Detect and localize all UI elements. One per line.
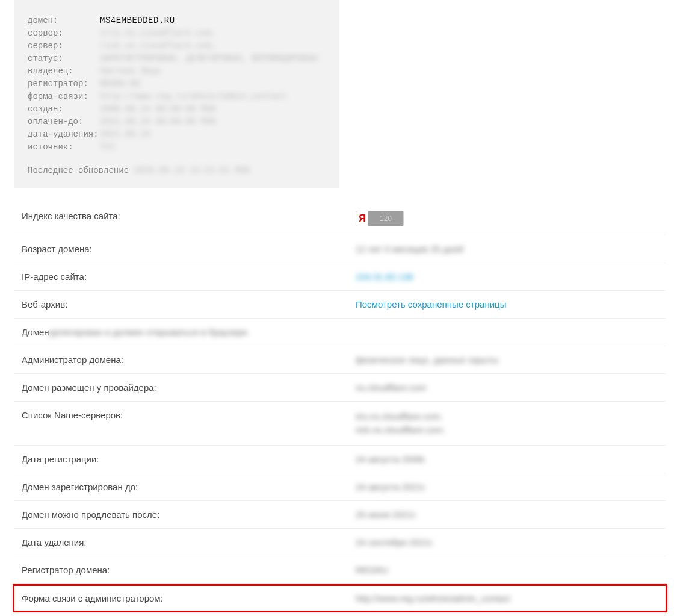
detail-value: 24 августа 2021г. (356, 482, 658, 492)
detail-row: Дата удаления:24 сентября 2021г. (14, 529, 666, 556)
whois-field-value: TCI (100, 141, 115, 154)
detail-row: Домен можно продлевать после:25 июня 202… (14, 501, 666, 529)
detail-row: Дата регистрации:24 августа 2008г. (14, 446, 666, 473)
detail-value: http://www.reg.ru/whois/admin_contact (356, 593, 658, 603)
whois-footer-label: Последнее обновление (28, 166, 129, 175)
detail-label: IP-адрес сайта: (22, 272, 356, 282)
yandex-quality-badge: Я120 (356, 211, 404, 226)
whois-last-update: Последнее обновление 2020.09.15 12:21:51… (28, 164, 326, 177)
detail-row: Возраст домена:12 лет 0 месяцев 25 дней (14, 235, 666, 263)
detail-inline-label: Домен (22, 327, 49, 337)
whois-field-label: создан: (28, 103, 100, 116)
detail-value: REGRU (356, 565, 658, 575)
detail-label: Домен можно продлевать после: (22, 509, 356, 520)
whois-field-label: форма-связи: (28, 90, 100, 103)
detail-label: Администратор домена: (22, 355, 356, 365)
detail-label: Веб-архив: (22, 299, 356, 310)
detail-row: Администратор домена:физическое лицо, да… (14, 346, 666, 374)
whois-field-value: 2008.08.24 00:00:00 MSK (100, 103, 216, 116)
detail-row: Список Name-серверов:iris.ns.cloudflare.… (14, 402, 666, 446)
detail-value: 24 сентября 2021г. (356, 537, 658, 547)
detail-label: Дата удаления: (22, 537, 356, 547)
whois-row: владелец:Частное Лицо (28, 65, 326, 78)
detail-link[interactable]: Посмотреть сохранённые страницы (356, 299, 506, 310)
detail-row: Домен делегирован и должен открываться в… (14, 319, 666, 346)
detail-row: Форма связи с администратором:http://www… (13, 584, 667, 612)
whois-row: форма-связи:http://www.reg.ru/whois/admi… (28, 90, 326, 103)
detail-label: Домен размещен у провайдера: (22, 382, 356, 393)
detail-label: Возраст домена: (22, 244, 356, 254)
detail-value: физическое лицо, данные скрыты (356, 355, 658, 365)
whois-field-value: REGRU-RU (100, 78, 140, 90)
whois-field-label: оплачен-до: (28, 116, 100, 128)
detail-value: Я120 (356, 211, 658, 226)
detail-label: Регистратор домена: (22, 565, 356, 575)
whois-field-value: rick.ns.cloudflare.com. (100, 40, 216, 52)
detail-label: Домен зарегистрирован до: (22, 482, 356, 492)
yandex-badge-value: 120 (368, 211, 403, 226)
whois-field-label: владелец: (28, 65, 100, 78)
detail-value: iris.ns.cloudflare.com.rick.ns.cloudflar… (356, 410, 658, 437)
detail-value: 12 лет 0 месяцев 25 дней (356, 244, 658, 254)
whois-row: домен:MS4EMBEDDED.RU (28, 14, 326, 27)
detail-row: Информация по домену получена 15 сентябр… (14, 612, 666, 616)
ns-item: iris.ns.cloudflare.com. (356, 410, 658, 423)
domain-details: Индекс качества сайта:Я120Возраст домена… (14, 202, 666, 616)
whois-row: дата-удаления:2021.09.24 (28, 128, 326, 141)
whois-field-value: http://www.reg.ru/whois/admin_contact (100, 90, 287, 103)
detail-row: Домен размещен у провайдера:ns.cloudflar… (14, 374, 666, 402)
detail-label: Список Name-серверов: (22, 410, 356, 420)
detail-label: Индекс качества сайта: (22, 211, 356, 221)
whois-field-label: домен: (28, 14, 100, 27)
whois-field-label: источник: (28, 141, 100, 154)
yandex-logo-icon: Я (356, 213, 368, 224)
detail-value[interactable]: Посмотреть сохранённые страницы (356, 299, 658, 310)
whois-field-label: дата-удаления: (28, 128, 100, 141)
detail-value: 25 июня 2021г. (356, 509, 658, 520)
whois-row: оплачен-до:2021.08.24 00:00:00 MSK (28, 116, 326, 128)
whois-row: сервер:rick.ns.cloudflare.com. (28, 40, 326, 52)
whois-field-value: iris.ns.cloudflare.com. (100, 27, 216, 40)
whois-field-value: 2021.08.24 00:00:00 MSK (100, 116, 216, 128)
detail-row: Веб-архив:Посмотреть сохранённые страниц… (14, 291, 666, 319)
detail-inline-value: делегирован и должен открываться в брауз… (49, 327, 250, 337)
detail-value: 104.31.82.136 (356, 272, 658, 282)
whois-row: создан:2008.08.24 00:00:00 MSK (28, 103, 326, 116)
whois-field-label: сервер: (28, 40, 100, 52)
whois-row: сервер:iris.ns.cloudflare.com. (28, 27, 326, 40)
detail-row: Регистратор домена:REGRU (14, 556, 666, 584)
whois-card: домен:MS4EMBEDDED.RUсервер:iris.ns.cloud… (14, 0, 339, 188)
whois-field-value: 2021.09.24 (100, 128, 150, 141)
detail-row: Домен зарегистрирован до:24 августа 2021… (14, 473, 666, 501)
detail-label: Дата регистрации: (22, 454, 356, 464)
detail-value: 24 августа 2008г. (356, 454, 658, 464)
whois-field-value: Частное Лицо (100, 65, 161, 78)
whois-field-label: сервер: (28, 27, 100, 40)
whois-field-value: ЗАРЕГИСТРИРОВАН, ДЕЛЕГИРОВАН, ВЕРИФИЦИРО… (100, 52, 317, 65)
whois-row: регистратор:REGRU-RU (28, 78, 326, 90)
whois-row: источник:TCI (28, 141, 326, 154)
whois-row: статус:ЗАРЕГИСТРИРОВАН, ДЕЛЕГИРОВАН, ВЕР… (28, 52, 326, 65)
whois-footer-value: 2020.09.15 12:21:51 MSK (134, 166, 250, 175)
detail-row: Индекс качества сайта:Я120 (14, 202, 666, 235)
detail-row: IP-адрес сайта:104.31.82.136 (14, 263, 666, 291)
whois-field-label: регистратор: (28, 78, 100, 90)
whois-field-label: статус: (28, 52, 100, 65)
detail-value: ns.cloudflare.com (356, 382, 658, 393)
whois-field-value: MS4EMBEDDED.RU (100, 14, 175, 27)
ns-item: rick.ns.cloudflare.com. (356, 423, 658, 437)
detail-label: Форма связи с администратором: (22, 593, 356, 603)
